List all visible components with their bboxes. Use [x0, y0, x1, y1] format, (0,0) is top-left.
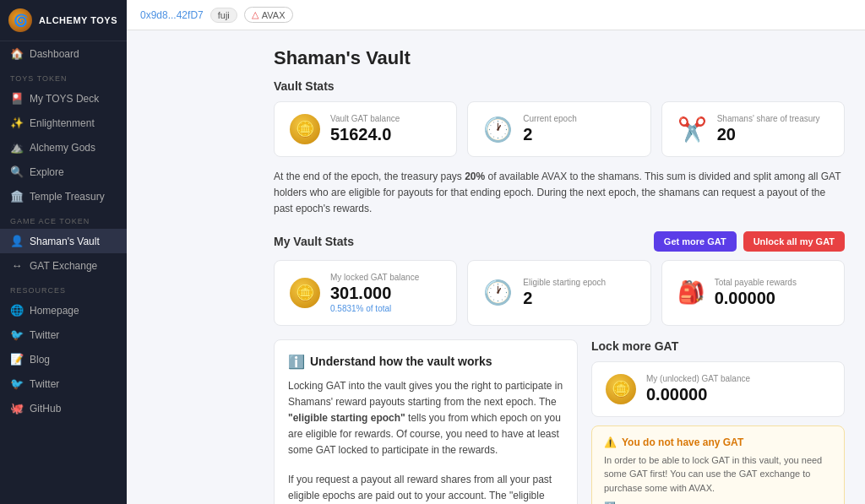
sidebar-item-label: Homepage	[30, 305, 79, 317]
eligible-epoch-label: Eligible starting epoch	[523, 278, 606, 287]
twitter1-icon: 🐦	[10, 328, 24, 341]
unlock-all-gat-button[interactable]: Unlock all my GAT	[743, 231, 845, 252]
bottom-layout: ℹ️ Understand how the vault works Lockin…	[274, 339, 845, 504]
sidebar: 🌀 ALCHEMY TOYS 🏠 Dashboard TOYS TOKEN 🎴 …	[0, 0, 127, 504]
sidebar-item-github[interactable]: 🐙 GitHub	[0, 396, 127, 420]
sidebar-item-enlightenment[interactable]: ✨ Enlightenment	[0, 111, 127, 135]
sidebar-item-blog[interactable]: 📝 Blog	[0, 347, 127, 371]
shamans-vault-icon: 👤	[10, 235, 24, 247]
sidebar-item-alchemy-gods[interactable]: ⛰️ Alchemy Gods	[0, 135, 127, 160]
my-locked-gat-card: 🪙 My locked GAT balance 301.000 0.5831% …	[274, 260, 457, 326]
get-more-gat-button[interactable]: Get more GAT	[654, 231, 737, 252]
sidebar-item-label: Explore	[30, 166, 64, 178]
lock-more-column: Lock more GAT 🪙 My (unlocked) GAT balanc…	[591, 339, 845, 504]
unlocked-balance-value: 0.00000	[646, 385, 750, 404]
explore-icon: 🔍	[10, 165, 24, 178]
homepage-icon: 🌐	[10, 304, 24, 317]
github-icon: 🐙	[10, 402, 24, 415]
eligible-epoch-card: 🕐 Eligible starting epoch 2	[467, 260, 650, 326]
vault-gat-balance-value: 51624.0	[330, 125, 400, 144]
avax-icon: △	[252, 9, 258, 20]
current-epoch-value: 2	[523, 125, 576, 144]
warning-title: ⚠️ You do not have any GAT	[604, 436, 832, 448]
sidebar-item-twitter1[interactable]: 🐦 Twitter	[0, 322, 127, 347]
toys-deck-icon: 🎴	[10, 92, 24, 105]
sidebar-item-shamans-vault[interactable]: 👤 Shaman's Vault	[0, 229, 127, 253]
total-rewards-value: 0.00000	[715, 289, 797, 308]
main-content: Shaman's Vault Vault Stats 🪙 Vault GAT b…	[253, 30, 865, 504]
total-rewards-content: Total payable rewards 0.00000	[715, 278, 797, 308]
vault-stats-cards: 🪙 Vault GAT balance 51624.0 🕐 Current ep…	[274, 101, 845, 157]
unlocked-balance-card: 🪙 My (unlocked) GAT balance 0.00000	[591, 361, 845, 417]
my-locked-gat-sub: 0.5831% of total	[330, 304, 419, 313]
sidebar-item-homepage[interactable]: 🌐 Homepage	[0, 298, 127, 322]
no-gat-warning-box: ⚠️ You do not have any GAT In order to b…	[591, 425, 845, 504]
info-bold: 20%	[465, 171, 485, 182]
clock-icon-eligible: 🕐	[483, 279, 513, 306]
sidebar-section-resources: RESOURCES	[0, 278, 127, 298]
twitter2-icon: 🐦	[10, 377, 24, 390]
alchemy-gods-icon: ⛰️	[10, 141, 24, 154]
gat-exchange-icon: ↔️	[10, 259, 24, 272]
clock-icon-epoch: 🕐	[483, 116, 513, 144]
enlightenment-icon: ✨	[10, 117, 24, 129]
sidebar-item-explore[interactable]: 🔍 Explore	[0, 160, 127, 184]
sidebar-item-label: Twitter	[30, 378, 59, 390]
sidebar-item-label: GAT Exchange	[30, 260, 97, 272]
sidebar-item-label: GitHub	[30, 403, 61, 415]
explain-vault-text: Locking GAT into the vault gives you the…	[288, 378, 563, 459]
topbar: 0x9d8...42fD7 fuji △ AVAX	[127, 0, 865, 30]
network-badge: fuji	[210, 8, 237, 23]
total-rewards-label: Total payable rewards	[715, 278, 797, 287]
unlocked-balance-label: My (unlocked) GAT balance	[646, 374, 750, 383]
bag-icon-rewards: 🎒	[677, 279, 705, 306]
shamans-share-value: 20	[717, 125, 820, 144]
eligible-bold: "eligible starting epoch"	[288, 412, 405, 424]
vault-action-buttons: Get more GAT Unlock all my GAT	[654, 231, 845, 252]
sidebar-item-label: Alchemy Gods	[30, 142, 95, 154]
vault-stats-title: Vault Stats	[274, 79, 845, 93]
blog-icon: 📝	[10, 353, 24, 366]
explanations-column: ℹ️ Understand how the vault works Lockin…	[274, 339, 578, 504]
sidebar-section-game: GAME ACE TOKEN	[0, 209, 127, 229]
sidebar-item-my-toys-deck[interactable]: 🎴 My TOYS Deck	[0, 86, 127, 111]
current-epoch-content: Current epoch 2	[523, 114, 576, 144]
unlocked-balance-content: My (unlocked) GAT balance 0.00000	[646, 374, 750, 404]
vault-gat-balance-label: Vault GAT balance	[330, 114, 400, 123]
sidebar-item-gat-exchange[interactable]: ↔️ GAT Exchange	[0, 253, 127, 278]
coin-icon-unlocked: 🪙	[606, 374, 636, 404]
shamans-share-content: Shamans' share of treasury 20	[717, 114, 820, 144]
temple-treasury-icon: 🏛️	[10, 190, 24, 203]
my-locked-gat-content: My locked GAT balance 301.000 0.5831% of…	[330, 273, 419, 313]
shamans-share-card: ✂️ Shamans' share of treasury 20	[661, 101, 845, 157]
sidebar-section-toys: TOYS TOKEN	[0, 66, 127, 86]
sidebar-item-twitter2[interactable]: 🐦 Twitter	[0, 371, 127, 396]
warning-icon: ⚠️	[604, 436, 617, 448]
shamans-share-label: Shamans' share of treasury	[717, 114, 820, 123]
sidebar-item-label: Temple Treasury	[30, 191, 105, 203]
my-vault-stats-cards: 🪙 My locked GAT balance 301.000 0.5831% …	[274, 260, 845, 326]
sidebar-item-label: Enlightenment	[30, 117, 95, 129]
coin-icon-vault: 🪙	[290, 114, 320, 144]
dashboard-icon: 🏠	[10, 47, 24, 60]
my-vault-stats-header: My Vault Stats Get more GAT Unlock all m…	[274, 231, 845, 252]
my-vault-stats-title: My Vault Stats	[274, 235, 354, 248]
sidebar-logo: 🌀 ALCHEMY TOYS	[0, 0, 127, 41]
vault-gat-balance-card: 🪙 Vault GAT balance 51624.0	[274, 101, 457, 157]
sidebar-item-label: Twitter	[30, 329, 59, 341]
current-epoch-label: Current epoch	[523, 114, 576, 123]
sidebar-item-temple-treasury[interactable]: 🏛️ Temple Treasury	[0, 184, 127, 209]
sidebar-item-label: Dashboard	[30, 48, 79, 60]
chain-badge: △ AVAX	[244, 7, 293, 23]
sidebar-item-dashboard[interactable]: 🏠 Dashboard	[0, 41, 127, 66]
percent-icon-share: ✂️	[677, 116, 707, 144]
my-locked-gat-value: 301.000	[330, 284, 419, 303]
vault-gat-balance-content: Vault GAT balance 51624.0	[330, 114, 400, 144]
info-circle-icon: ℹ️	[288, 354, 305, 370]
vault-info-text: At the end of the epoch, the treasury pa…	[274, 169, 845, 218]
eligible-epoch-value: 2	[523, 289, 606, 308]
page-title: Shaman's Vault	[274, 47, 845, 69]
current-epoch-card: 🕐 Current epoch 2	[467, 101, 650, 157]
my-locked-gat-label: My locked GAT balance	[330, 273, 419, 282]
lock-more-title: Lock more GAT	[591, 339, 845, 353]
